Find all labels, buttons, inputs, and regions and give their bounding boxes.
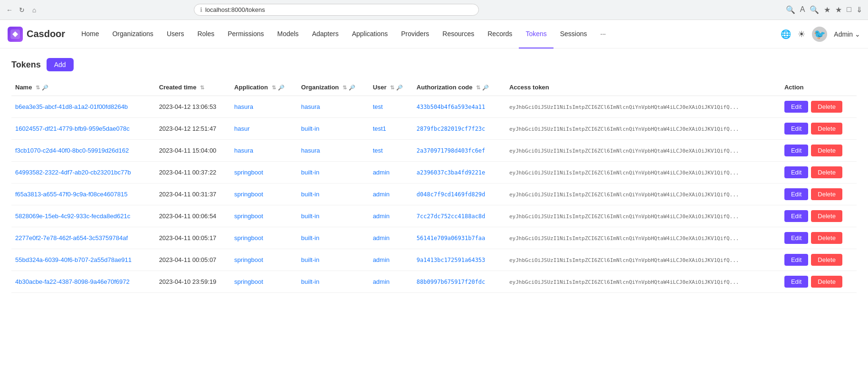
collections-icon[interactable]: □ [847,5,851,14]
created-time-sort-icon[interactable]: ⇅ [200,85,204,91]
edit-button[interactable]: Edit [784,123,808,135]
add-button[interactable]: Add [47,58,74,71]
home-button[interactable]: ⌂ [30,6,38,14]
cell-access-token: eyJhbGciOiJSUzI1NiIsImtpZCI6ZCl6ImNlcnQi… [506,96,781,118]
name-sort-icon[interactable]: ⇅ [36,85,40,91]
edit-button[interactable]: Edit [784,210,808,222]
application-link[interactable]: springboot [234,234,263,242]
nav-sessions[interactable]: Sessions [553,20,594,48]
edit-button[interactable]: Edit [784,101,808,113]
edit-button[interactable]: Edit [784,188,808,200]
application-link[interactable]: springboot [234,191,263,198]
edit-button[interactable]: Edit [784,145,808,156]
bookmark-icon[interactable]: ★ [824,5,830,14]
nav-applications[interactable]: Applications [345,20,395,48]
delete-button[interactable]: Delete [811,123,842,135]
auth-code-filter-icon[interactable]: 🔎 [482,85,489,91]
delete-button[interactable]: Delete [811,276,842,288]
name-link[interactable]: b6ea3e35-abcf-41d8-a1a2-01f00fd8264b [15,103,128,110]
user-sort-icon[interactable]: ⇅ [390,85,394,91]
organization-link[interactable]: built-in [301,191,319,198]
application-filter-icon[interactable]: 🔎 [278,85,285,91]
organization-link[interactable]: built-in [301,125,319,132]
search-icon[interactable]: 🔍 [786,5,795,14]
zoom-icon[interactable]: 🔍 [810,5,819,14]
user-link[interactable]: admin [373,256,390,263]
nav-organizations[interactable]: Organizations [105,20,160,48]
address-bar[interactable]: ℹ localhost:8000/tokens [194,4,479,16]
nav-adapters[interactable]: Adapters [305,20,345,48]
user-filter-icon[interactable]: 🔎 [396,85,403,91]
cell-application: hasura [230,96,297,118]
organization-link[interactable]: built-in [301,256,319,263]
application-link[interactable]: springboot [234,169,263,176]
name-link[interactable]: 4b30acbe-fa22-4387-8098-9a46e70f6972 [15,278,130,285]
user-link[interactable]: test [373,147,383,154]
edit-button[interactable]: Edit [784,276,808,288]
delete-button[interactable]: Delete [811,166,842,178]
application-link[interactable]: springboot [234,256,263,263]
reload-button[interactable]: ↻ [18,6,26,14]
nav-models[interactable]: Models [270,20,305,48]
user-link[interactable]: test1 [373,125,386,132]
organization-link[interactable]: hasura [301,103,320,110]
access-token-value: eyJhbGciOiJSUzI1NiIsImtpZCI6ZCl6ImNlcnQi… [509,279,739,285]
user-link[interactable]: admin [373,278,390,285]
favorites-icon[interactable]: ★ [835,5,842,14]
access-token-value: eyJhbGciOiJSUzI1NiIsImtpZCI6ZCl6ImNlcnQi… [509,257,739,263]
nav-records[interactable]: Records [481,20,519,48]
nav-home[interactable]: Home [75,20,105,48]
admin-menu[interactable]: Admin ⌄ [834,30,860,38]
edit-button[interactable]: Edit [784,254,808,266]
user-link[interactable]: admin [373,213,390,220]
organization-link[interactable]: built-in [301,278,319,285]
nav-more[interactable]: ··· [594,20,613,48]
nav-roles[interactable]: Roles [191,20,221,48]
application-link[interactable]: springboot [234,278,263,285]
nav-providers[interactable]: Providers [394,20,436,48]
text-size-icon[interactable]: A [800,5,805,14]
nav-permissions[interactable]: Permissions [221,20,270,48]
name-link[interactable]: 64993582-2322-4df7-ab20-cb23201bc77b [15,169,131,176]
auth-code-sort-icon[interactable]: ⇅ [476,85,480,91]
name-link[interactable]: 2277e0f2-7e78-462f-a654-3c53759784af [15,234,128,242]
name-link[interactable]: f65a3813-a655-47f0-9c9a-f08ce4607815 [15,191,127,198]
organization-link[interactable]: built-in [301,234,319,242]
user-link[interactable]: admin [373,234,390,242]
application-sort-icon[interactable]: ⇅ [272,85,276,91]
user-link[interactable]: admin [373,169,390,176]
organization-link[interactable]: built-in [301,213,319,220]
user-link[interactable]: admin [373,191,390,198]
name-filter-icon[interactable]: 🔎 [42,85,48,91]
name-link[interactable]: f3cb1070-c2d4-40f0-8bc0-59919d26d162 [15,147,129,154]
delete-button[interactable]: Delete [811,188,842,200]
edit-button[interactable]: Edit [784,166,808,178]
delete-button[interactable]: Delete [811,210,842,222]
globe-icon[interactable]: 🌐 [781,29,791,39]
delete-button[interactable]: Delete [811,254,842,266]
nav-users[interactable]: Users [160,20,191,48]
organization-link[interactable]: built-in [301,169,319,176]
name-link[interactable]: 16024557-df21-4779-bfb9-959e5dae078c [15,125,130,132]
application-link[interactable]: hasur [234,125,250,132]
organization-sort-icon[interactable]: ⇅ [343,85,347,91]
delete-button[interactable]: Delete [811,232,842,244]
back-button[interactable]: ← [6,6,13,14]
nav-tokens[interactable]: Tokens [519,20,553,48]
application-link[interactable]: hasura [234,147,253,154]
nav-resources[interactable]: Resources [436,20,481,48]
user-link[interactable]: test [373,103,383,110]
organization-link[interactable]: hasura [301,147,320,154]
delete-button[interactable]: Delete [811,101,842,113]
application-link[interactable]: springboot [234,213,263,220]
delete-button[interactable]: Delete [811,145,842,156]
cell-organization: built-in [297,184,369,205]
theme-icon[interactable]: ☀ [798,29,805,39]
edit-button[interactable]: Edit [784,232,808,244]
logo[interactable]: Casdoor [8,27,65,42]
download-icon[interactable]: ⇓ [856,5,862,14]
application-link[interactable]: hasura [234,103,253,110]
organization-filter-icon[interactable]: 🔎 [349,85,355,91]
name-link[interactable]: 55bd324a-6039-40f6-b707-2a55d78ae911 [15,256,132,263]
name-link[interactable]: 5828069e-15eb-4c92-933c-fecda8ed621c [15,213,130,220]
